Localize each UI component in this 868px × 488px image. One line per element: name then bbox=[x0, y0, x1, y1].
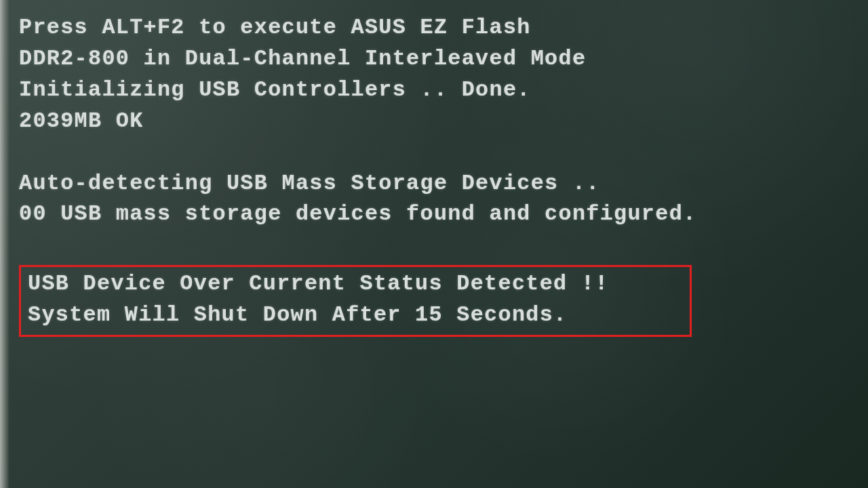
bios-memory-ok: 2039MB OK bbox=[19, 106, 868, 137]
bios-error-overcurrent: USB Device Over Current Status Detected … bbox=[28, 268, 703, 300]
bios-usb-count: 00 USB mass storage devices found and co… bbox=[19, 199, 868, 230]
bios-flash-hint: Press ALT+F2 to execute ASUS EZ Flash bbox=[19, 12, 868, 43]
bios-memory-mode: DDR2-800 in Dual-Channel Interleaved Mod… bbox=[19, 43, 868, 75]
bios-usb-detect: Auto-detecting USB Mass Storage Devices … bbox=[19, 168, 868, 199]
bios-post-screen: Press ALT+F2 to execute ASUS EZ Flash DD… bbox=[19, 12, 849, 337]
blank-line bbox=[19, 137, 849, 168]
bios-usb-init: Initializing USB Controllers .. Done. bbox=[19, 75, 868, 106]
error-highlight-box: USB Device Over Current Status Detected … bbox=[19, 265, 692, 337]
bios-error-shutdown: System Will Shut Down After 15 Seconds. bbox=[28, 300, 703, 331]
blank-line bbox=[19, 230, 849, 261]
